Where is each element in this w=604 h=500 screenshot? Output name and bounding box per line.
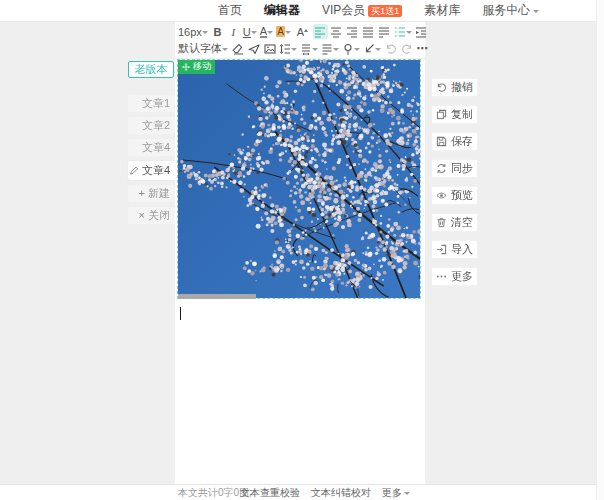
toolbar-row-2: 默认字体: [177, 40, 423, 57]
font-color-glyph: A: [260, 26, 267, 38]
proofread-link[interactable]: 文本纠错校对: [311, 486, 371, 500]
font-size-select[interactable]: 16px: [177, 24, 209, 39]
font-family-value: 默认字体: [178, 41, 222, 56]
clear-format-button[interactable]: [230, 41, 245, 56]
move-cross-icon: [182, 63, 190, 71]
underline-glyph: U: [243, 26, 251, 38]
align-left-button[interactable]: [313, 24, 328, 39]
footer-more-label: 更多: [382, 486, 402, 500]
format-painter-button[interactable]: [246, 41, 261, 56]
font-color-button[interactable]: A: [259, 24, 274, 39]
sync-action-label: 同步: [451, 161, 473, 176]
redo-icon: [401, 43, 413, 55]
line-fill-button[interactable]: [377, 24, 392, 39]
old-version-button[interactable]: 老版本: [128, 61, 174, 78]
nav-editor[interactable]: 编辑器: [264, 2, 300, 19]
bg-color-button[interactable]: A: [275, 24, 292, 39]
sync-action-button[interactable]: 同步: [431, 159, 478, 178]
top-navigation: 首页 编辑器 VIP会员 买1送1 素材库 服务中心: [0, 0, 604, 22]
import-action-label: 导入: [451, 242, 473, 257]
selected-image-block[interactable]: 移动: [178, 60, 420, 298]
plus-icon: +: [139, 188, 145, 199]
insert-image-button[interactable]: [262, 41, 277, 56]
plagiarism-check-link[interactable]: 文本查重校验: [240, 486, 300, 500]
import-action-button[interactable]: 导入: [431, 240, 478, 259]
undo-action-label: 撤销: [451, 80, 473, 95]
align-right-button[interactable]: [345, 24, 360, 39]
align-center-button[interactable]: [329, 24, 344, 39]
import-icon: [436, 244, 447, 255]
new-article-button[interactable]: + 新建: [128, 185, 175, 202]
article-tabs-sidebar: 老版本 文章1 文章2 文章4 文章4 + 新建 × 关闭: [128, 61, 175, 229]
chevron-down-icon: [251, 31, 257, 37]
preview-action-button[interactable]: 预览: [431, 186, 478, 205]
letter-size-button[interactable]: A: [293, 24, 308, 39]
status-bar: 本文共计0字0图; 文本查重校验 文本纠错校对 更多: [0, 484, 597, 500]
editor-content-area[interactable]: 移动: [175, 59, 425, 321]
trash-icon: [436, 217, 447, 228]
save-icon: [436, 136, 447, 147]
chevron-down-icon: [354, 48, 360, 54]
edit-pencil-icon: [129, 166, 139, 176]
tips-bulb-button[interactable]: [341, 41, 361, 56]
align-center-icon: [330, 26, 342, 38]
chevron-down-icon: [202, 31, 208, 37]
image-bottom-handle[interactable]: [178, 294, 256, 299]
redo-button[interactable]: [399, 41, 414, 56]
article-tab-active[interactable]: 文章4: [128, 161, 175, 180]
insert-corner-button[interactable]: [362, 41, 382, 56]
clear-action-label: 清空: [451, 215, 473, 230]
close-icon: ×: [139, 210, 145, 221]
article-tab-3[interactable]: 文章4: [128, 139, 175, 156]
copy-action-button[interactable]: 复制: [431, 105, 478, 124]
preview-eye-icon: [436, 190, 447, 201]
cherry-blossom-image[interactable]: [178, 60, 420, 298]
more-action-button[interactable]: 更多: [431, 267, 478, 286]
article-tab-2[interactable]: 文章2: [128, 117, 175, 134]
list-icon: [394, 26, 406, 38]
insert-image-icon: [264, 43, 276, 55]
undo-action-button[interactable]: 撤销: [431, 78, 478, 97]
line-height-button[interactable]: [278, 41, 298, 56]
line-fill-icon: [378, 26, 390, 38]
undo-button[interactable]: [383, 41, 398, 56]
paragraph-spacing-button[interactable]: [320, 41, 340, 56]
chevron-down-icon: [285, 31, 291, 37]
chevron-down-icon: [267, 31, 273, 37]
nav-home[interactable]: 首页: [218, 2, 242, 19]
letter-spacing-button[interactable]: [299, 41, 319, 56]
nav-materials[interactable]: 素材库: [424, 2, 460, 19]
nav-vip-label: VIP会员: [322, 2, 365, 19]
align-left-icon: [314, 26, 326, 38]
indent-button[interactable]: [414, 24, 429, 39]
bg-color-glyph: A: [276, 26, 285, 37]
underline-button[interactable]: U: [242, 24, 258, 39]
new-article-label: 新建: [148, 185, 170, 202]
close-article-button[interactable]: × 关闭: [128, 207, 175, 224]
letter-size-glyph: A: [297, 26, 304, 38]
font-family-select[interactable]: 默认字体: [177, 41, 229, 56]
action-button-panel: 撤销 复制 保存 同步 预览 清空 导入 更多: [431, 78, 478, 294]
clear-action-button[interactable]: 清空: [431, 213, 478, 232]
nav-vip[interactable]: VIP会员 买1送1: [322, 2, 402, 19]
move-tag[interactable]: 移动: [178, 60, 215, 74]
copy-action-label: 复制: [451, 107, 473, 122]
preview-action-label: 预览: [451, 188, 473, 203]
list-button[interactable]: [393, 24, 413, 39]
line-height-icon: [279, 43, 291, 55]
undo-icon: [436, 82, 447, 93]
align-justify-button[interactable]: [361, 24, 376, 39]
page-scrollbar[interactable]: [596, 0, 604, 500]
nav-service[interactable]: 服务中心: [482, 2, 539, 19]
nav-service-label: 服务中心: [482, 2, 530, 19]
italic-button[interactable]: I: [226, 24, 241, 39]
save-action-button[interactable]: 保存: [431, 132, 478, 151]
indent-icon: [415, 26, 427, 38]
chevron-down-icon: [533, 10, 539, 16]
article-tab-1[interactable]: 文章1: [128, 95, 175, 112]
copy-icon: [436, 109, 447, 120]
toolbar-more-button[interactable]: ⋯: [415, 41, 430, 56]
footer-more-link[interactable]: 更多: [382, 486, 410, 500]
chevron-down-icon: [375, 48, 381, 54]
bold-button[interactable]: B: [210, 24, 225, 39]
